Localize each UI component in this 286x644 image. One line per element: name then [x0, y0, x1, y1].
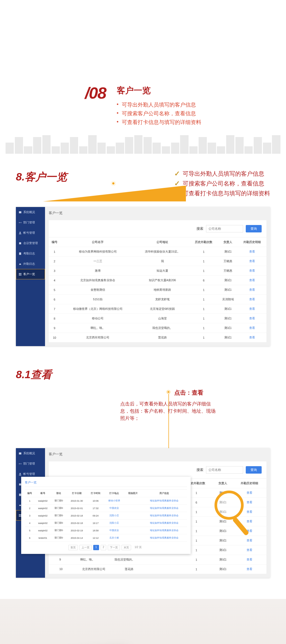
sidebar-item-meeting[interactable]: 会议室管理 — [16, 238, 45, 248]
table-row: 4北京如外知境奥服务业协会知识产权大厦A座2066测试1查看 — [49, 276, 266, 285]
sidebar-item-dept[interactable]: 部门管理 — [16, 217, 45, 228]
view-link[interactable]: 查看 — [247, 548, 252, 552]
table-row: 1waiqin02部门部02015-01-3010:06移动小世界地址如外知境奥… — [25, 497, 187, 505]
sidebar: 系统概况 部门管理 帐号管理 会议室管理 考勤日志 外勤日志 客户一览 — [16, 207, 45, 346]
sidebar-item-overview[interactable]: 系统概况 — [16, 207, 45, 217]
svg-point-12 — [21, 463, 21, 464]
search-label: 搜索 — [196, 226, 203, 231]
search-button[interactable]: 查询 — [246, 466, 262, 474]
view-link[interactable]: 查看 — [249, 279, 255, 282]
check-item: 可搜索客户公司名称，查看信息 — [174, 179, 270, 188]
col-name: 公司名字 — [60, 237, 135, 247]
sidebar-item-customers[interactable]: 客户一览 — [16, 269, 45, 279]
table-row: 6tester01部门部02015-04-1412:12北京小展地址如外知境奥服… — [25, 534, 187, 542]
breadcrumb: 客户一览 — [49, 452, 266, 457]
pager-page[interactable]: 2 — [101, 545, 106, 550]
hero-bullet: 可导出外勤人员填写的客户信息 — [117, 101, 201, 108]
table-row: 8移动公司山海堂1测试1查看 — [49, 314, 266, 323]
view-link[interactable]: 查看 — [249, 326, 255, 329]
app-window-2: 系统概况 部门管理 帐号管理 会议室管理 考勤日志 外勤日志 客户一览 客户一览… — [16, 448, 270, 578]
search-input[interactable] — [206, 466, 243, 474]
table-row: 2waiqin02部门部02015-02-0117:32中国农业地址如外知境奥服… — [25, 505, 187, 512]
view-link[interactable]: 查看 — [247, 567, 252, 571]
hero-section: /08 客户一览 可导出外勤人员填写的客户信息 可搜索客户公司名称，查看信息 可… — [0, 0, 286, 170]
svg-point-2 — [21, 222, 21, 223]
col-addr: 公司地址 — [135, 237, 190, 247]
view-link[interactable]: 查看 — [249, 259, 255, 263]
svg-rect-0 — [19, 211, 21, 213]
sidebar-item-account[interactable]: 帐号管理 — [16, 228, 45, 238]
svg-rect-14 — [19, 483, 21, 486]
view-link[interactable]: 查看 — [249, 288, 255, 291]
popup-table: 编号帐号部名打卡日期打卡时间打卡地点现场照片用户信息 1waiqin02部门部0… — [25, 489, 187, 542]
sidebar-item-outwork[interactable]: 外勤日志 — [16, 259, 45, 269]
sidebar-item-attendance[interactable]: 考勤日志 — [16, 248, 45, 259]
col-detail: 外勤历史明细 — [232, 479, 266, 488]
view-link[interactable]: 查看 — [247, 491, 252, 494]
magnifier-icon — [215, 491, 244, 520]
view-link[interactable]: 查看 — [247, 520, 252, 523]
view-link[interactable]: 查看 — [247, 558, 252, 561]
check-item: 可导出外勤人员填写的客户信息 — [174, 170, 270, 178]
svg-point-11 — [19, 463, 20, 464]
view-link[interactable]: 查看 — [249, 307, 255, 310]
table-row: 5金慧朝测信地铁斯培新路1测试1查看 — [49, 285, 266, 295]
pager-page[interactable]: 1 — [93, 545, 99, 550]
pager-prev[interactable]: 上一页 — [79, 545, 92, 550]
table-row: 9啊红。咯。我也没堂哦的。1测试1查看 — [49, 323, 266, 333]
pager-next[interactable]: 下一页 — [108, 545, 120, 550]
view-link[interactable]: 查看 — [247, 501, 252, 504]
app-window-1: 系统概况 部门管理 帐号管理 会议室管理 考勤日志 外勤日志 客户一览 客户一览… — [16, 207, 270, 346]
toolbar: 搜索 查询 — [49, 220, 266, 237]
col-owner: 负责人 — [218, 237, 238, 247]
view-link[interactable]: 查看 — [249, 298, 255, 301]
table-row: 1移动为世界网络科技有限公司清华科技园创业大厦15层。1测试1查看 — [49, 247, 266, 257]
svg-rect-15 — [19, 493, 21, 496]
hero-bullet: 可搜索客户公司名称，查看信息 — [117, 110, 201, 117]
table-row: 2一二三我1王晓惠查看 — [49, 257, 266, 266]
svg-rect-10 — [19, 452, 21, 455]
view-link[interactable]: 查看 — [249, 269, 255, 272]
pin-annotation: 点击：查看 点击后，可查看外勤人员填写的客户详细信息，包括：客户名称、打卡时间、… — [16, 390, 270, 448]
table-row: 4waiqin02部门部02015-02-1819:17沈阳小店地址如外知境奥服… — [25, 519, 187, 527]
pager-last[interactable]: 末页 — [122, 545, 131, 550]
skyline-decoration — [0, 135, 286, 154]
search-input[interactable] — [206, 225, 243, 232]
svg-rect-18 — [19, 515, 20, 517]
svg-point-13 — [20, 473, 21, 474]
svg-rect-9 — [20, 274, 21, 275]
table-row: 5waiqin02部门部02015-02-1918:58中国农业地址如外知境奥服… — [25, 527, 187, 534]
pager[interactable]: 首页 上一页 1 2 下一页 末页 1/2 页 — [25, 542, 187, 550]
view-link[interactable]: 查看 — [247, 539, 252, 542]
view-link[interactable]: 查看 — [247, 510, 252, 513]
sidebar-item-dept[interactable]: 部门管理 — [16, 458, 45, 469]
search-button[interactable]: 查询 — [246, 225, 262, 232]
main-panel: 客户一览 搜索 查询 编号 公司名字 公司地址 历史外勤次数 负责人 外勤历史明… — [45, 207, 270, 346]
section-8-1: 8.1查看 点击：查看 点击后，可查看外勤人员填写的客户详细信息，包括：客户名称… — [0, 367, 286, 599]
col-count: 历史外勤次数 — [190, 237, 218, 247]
sidebar-item-overview[interactable]: 系统概况 — [16, 448, 45, 458]
pager-first[interactable]: 首页 — [68, 545, 78, 550]
svg-rect-16 — [19, 514, 20, 515]
svg-rect-7 — [20, 273, 21, 274]
table-row: 65151拍龙虾龙虾笔1吴清朗域查看 — [49, 295, 266, 304]
view-link[interactable]: 查看 — [249, 250, 255, 253]
check-item: 可查看打卡信息与填写的详细资料 — [174, 189, 270, 197]
svg-point-3 — [20, 232, 21, 233]
hero-bullet: 可查看打卡信息与填写的详细资料 — [117, 119, 201, 126]
breadcrumb: 客户一览 — [49, 211, 266, 215]
search-label: 搜索 — [196, 467, 203, 472]
customer-detail-popup: 客户一览 编号帐号部名打卡日期打卡时间打卡地点现场照片用户信息 1waiqin0… — [21, 477, 191, 554]
pin-body: 点击后，可查看外勤人员填写的客户详细信息，包括：客户名称、打卡时间、地址、现场照… — [120, 400, 216, 422]
svg-rect-8 — [19, 274, 20, 275]
col-detail: 外勤历史明细 — [238, 237, 266, 247]
view-link[interactable]: 查看 — [249, 317, 255, 320]
popup-title: 客户一览 — [25, 480, 187, 487]
pin-title: 点击：查看 — [174, 389, 203, 397]
hero-text: 客户一览 可导出外勤人员填写的客户信息 可搜索客户公司名称，查看信息 可查看打卡… — [117, 85, 201, 127]
svg-point-1 — [19, 222, 20, 223]
view-link[interactable]: 查看 — [249, 336, 255, 339]
table-row: 10北京西丝有限公司莲花路1测试1查看 — [49, 333, 266, 342]
hero-title: 客户一览 — [117, 85, 201, 96]
section-8-1-heading: 8.1查看 — [16, 367, 52, 382]
